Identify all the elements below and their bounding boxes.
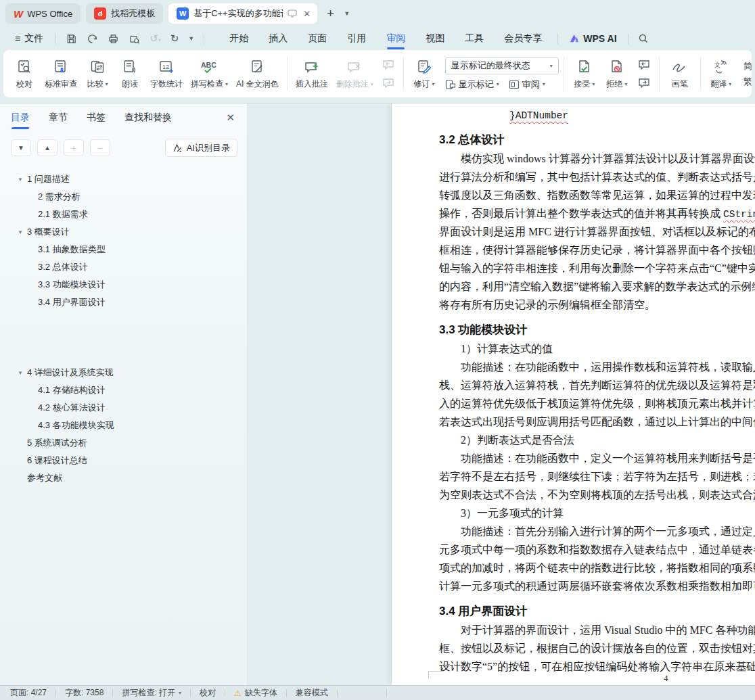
toc-item[interactable]: 4.2 核心算法设计 [28,399,242,417]
reject-button[interactable]: 拒绝▾ [601,55,633,93]
print-preview-icon[interactable] [129,33,140,45]
toc-item[interactable]: 3.2 总体设计 [28,258,242,276]
doc-heading[interactable]: 3.3 功能模块设计 [439,322,755,338]
toc-item[interactable]: 3.4 用户界面设计 [28,294,242,311]
doc-line[interactable]: 元多项式中每一项的系数和指数数据存入链表结点中，通过单链表各个节点 [439,540,755,559]
menu-insert[interactable]: 插入 [258,27,298,50]
tab-docer-templates[interactable]: d 找稻壳模板 [86,3,163,24]
doc-line[interactable]: 计算一元多项式的积通过两层循环嵌套将依次系数相乘指数相加即可。 [439,577,755,595]
word-count-button[interactable]: 12 字数统计 [147,55,186,93]
export-pdf-icon[interactable] [87,33,98,45]
doc-line[interactable]: 钮与输入的字符串相连接，利用每次删除一个字符来点击“C”键中实现在 [439,259,755,277]
doc-line[interactable]: 框、按钮以及标记，根据自己的设计摆放各自的位置，双击按钮对其的命名以 [439,639,755,657]
status-spell-check[interactable]: 拼写检查: 打开▾ [113,687,190,699]
doc-line[interactable]: 3）一元多项式的计算 [439,504,755,522]
menu-reference[interactable]: 引用 [337,27,376,50]
doc-line[interactable]: 为空则表达式不合法，不为空则将栈顶的左括号出栈，则表达式合法。 [439,486,755,504]
status-compat-mode[interactable]: 兼容模式 [287,687,337,699]
next-change-icon[interactable] [635,76,653,91]
document-page[interactable]: }ADTNumber 3.2 总体设计 模仿实现 windows 计算器分计算器… [391,103,755,685]
doc-line[interactable]: 操作，否则最后计算出整个数学表达式的值并将其再转换成 CString 的字符 [439,204,755,223]
review-pane-button[interactable]: 审阅▾ [509,78,545,91]
doc-line[interactable]: 栈、运算符放入运算符栈，首先判断运算符的优先级以及运算符是双目运算 [439,376,755,394]
screen-share-icon[interactable] [288,9,297,18]
markup-state-dropdown[interactable]: 显示标记的最终状态 ▾ [445,57,559,74]
accept-button[interactable]: 接受▾ [569,55,600,93]
menu-page[interactable]: 页面 [298,27,337,50]
menu-home[interactable]: 开始 [219,27,258,50]
doc-line[interactable]: 框相连，使得计算器能够保存历史记录，将计算器界面中各个按钮赋予其特 [439,241,755,259]
redo-icon[interactable]: ↻ [170,32,179,45]
tab-contents[interactable]: 目录 [11,103,30,132]
doc-line[interactable]: 功能描述：首先分别输入进行计算的两个一元多项式，通过定义两个单 [439,522,755,540]
status-proofread[interactable]: 校对 [191,687,225,699]
doc-line[interactable]: 对于计算器的界面设计，运用 Visual Studio 中的 MFC 各种功能，… [439,621,755,639]
pen-button[interactable]: 画笔 [664,55,695,93]
menu-tools[interactable]: 工具 [455,27,494,50]
quickbar-chevron-icon[interactable]: ▼ [188,35,194,42]
doc-line[interactable]: 进行算法分析和编写，其中包括计算表达式的值、判断表达式括号是否匹配 [439,168,755,186]
ai-polish-button[interactable]: AI 全文润色 [233,55,282,93]
status-word-count[interactable]: 字数: 7358 [56,687,112,699]
expand-toc-button[interactable]: ▼ [11,139,31,156]
doc-line[interactable]: 1）计算表达式的值 [439,340,755,358]
previous-change-icon[interactable] [635,57,653,72]
read-aloud-button[interactable]: 朗读 [114,55,145,93]
doc-line[interactable]: 功能描述：在功能函数中，运用操作数栈和运算符栈，读取输入的字符 [439,358,755,376]
close-sidebar-icon[interactable]: ✕ [226,112,235,124]
menu-view[interactable]: 视图 [415,27,455,50]
doc-line[interactable]: 2）判断表达式是否合法 [439,431,755,449]
insert-comment-button[interactable]: 插入批注 [292,55,331,93]
doc-line[interactable]: 功能描述：在功能函数中，定义一个运算符栈用来判断括号是否匹配， [439,449,755,467]
spell-check-button[interactable]: ABC 拼写检查▾ [187,55,231,93]
ai-recognize-toc-button[interactable]: AI识别目录 [165,139,237,157]
proofread-button[interactable]: 校对 [9,55,40,93]
print-icon[interactable] [108,33,119,45]
collapse-triangle-icon[interactable]: ▼ [18,229,27,235]
toc-item[interactable]: ▼3 概要设计 [18,223,242,241]
doc-line[interactable]: 设计数字“5”的按钮，可在相应按钮编码处将输入字符串在原来基础上加 [439,657,755,676]
toc-item[interactable]: 2.1 数据需求 [28,206,242,223]
doc-line[interactable]: }ADTNumber [439,108,755,124]
collapse-toc-button[interactable]: ▲ [37,139,58,156]
doc-heading[interactable]: 3.4 用户界面设计 [439,603,755,620]
show-markup-button[interactable]: 显示标记▾ [445,78,499,91]
status-missing-font[interactable]: ⚠缺失字体 [225,687,286,699]
toc-item[interactable]: ▼4 详细设计及系统实现 [18,364,242,381]
toc-item[interactable]: 5 系统调试分析 [18,434,242,452]
translate-button[interactable]: 文A 翻译▾ [706,55,737,93]
toc-item[interactable]: 2 需求分析 [28,188,242,206]
toc-item[interactable]: 6 课程设计总结 [18,452,242,469]
simplified-to-traditional-button[interactable]: 简➜转 [743,60,752,72]
file-menu-button[interactable]: ≡ 文件 [8,32,50,45]
standard-review-button[interactable]: 标准审查 [41,55,81,93]
doc-line[interactable]: 模仿实现 windows 计算器分计算器算法设计以及计算器界面设计，计算 [439,149,755,168]
traditional-to-simplified-button[interactable]: 繁➜转 [743,76,752,88]
tab-document[interactable]: W 基于C++实现的多功能计算器 ✕ [168,3,317,24]
doc-line[interactable]: 界面设计则是运用 MFC 进行计算器界面按钮、对话框以及标记的布局，同时 [439,223,755,241]
tab-bookmarks[interactable]: 书签 [87,103,106,132]
close-tab-icon[interactable]: ✕ [302,9,312,19]
toc-item[interactable]: ▼1 问题描述 [18,170,242,188]
save-icon[interactable] [66,33,77,45]
toc-item[interactable]: 4.1 存储结构设计 [28,381,242,399]
toc-item[interactable]: 3.3 功能模块设计 [28,276,242,294]
doc-heading[interactable]: 3.2 总体设计 [439,132,755,148]
toc-item[interactable]: 4.3 各功能模块实现 [28,417,242,434]
tab-find-replace[interactable]: 查找和替换 [124,103,172,132]
compare-button[interactable]: 比较▾ [82,55,113,93]
doc-line[interactable]: 转弧度以及三角函数、指数函数等常见运算，如果运算的过程中发现表达式 [439,186,755,204]
doc-line[interactable]: 项式的加减时，将两个链表中的指数进行比较，将指数相同的项系数相加， [439,559,755,577]
doc-line[interactable]: 的内容，利用“清空输入数据”键将输入要求解的数学表达式的示例编辑框 [439,277,755,296]
toc-item[interactable]: 参考文献 [18,469,242,487]
tab-wps-home[interactable]: W WPS Office [5,3,81,24]
collapse-triangle-icon[interactable]: ▼ [18,177,27,183]
menu-member[interactable]: 会员专享 [494,27,552,50]
doc-line[interactable]: 若表达式出现括号则应调用括号匹配函数，通过以上计算出的中间值依次计 [439,413,755,431]
collapse-triangle-icon[interactable]: ▼ [18,370,27,376]
new-tab-button[interactable]: + [323,6,338,21]
track-changes-button[interactable]: 修订▾ [409,55,440,93]
toc-item[interactable]: 3.1 抽象数据类型 [28,241,242,258]
menu-review[interactable]: 审阅 [376,27,415,50]
search-icon[interactable] [634,33,653,44]
